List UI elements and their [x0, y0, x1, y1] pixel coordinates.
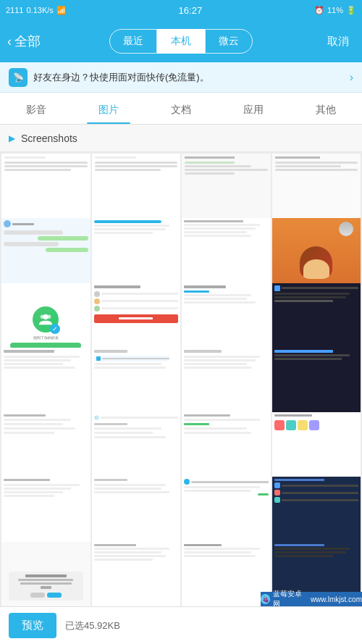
banner-icon: 📡: [9, 68, 28, 87]
grid-item-d2[interactable]: [92, 542, 181, 606]
grid-item-d3[interactable]: [182, 542, 271, 606]
watermark-url: www.lmkjst.com: [311, 595, 362, 603]
tab-cloud[interactable]: 微云: [205, 29, 253, 54]
banner-text: 好友在身边？快使用面对面快传(免流量)。: [33, 71, 350, 84]
tab-app[interactable]: 应用: [217, 104, 290, 124]
tab-image[interactable]: 图片: [72, 104, 145, 124]
folder-expand-icon: ▶: [9, 133, 15, 143]
category-tabs: 影音 图片 文档 应用 其他: [0, 93, 362, 125]
tab-local[interactable]: 本机: [157, 29, 205, 54]
cancel-button[interactable]: 取消: [321, 30, 355, 53]
status-bar: 2111 0.13K/s 📶 16:27 ⏰ 11% 🔋: [0, 0, 362, 20]
preview-button[interactable]: 预览: [9, 613, 56, 638]
back-arrow-icon: ‹: [7, 34, 12, 49]
svg-point-1: [41, 314, 45, 319]
selected-icon: [33, 306, 59, 333]
image-grid: 找到了你的好友: [0, 152, 362, 606]
clock: 16:27: [179, 5, 203, 16]
tab-other[interactable]: 其他: [290, 104, 362, 124]
alarm-icon: ⏰: [314, 6, 324, 15]
folder-name: Screenshots: [21, 133, 77, 144]
tab-video[interactable]: 影音: [0, 104, 72, 124]
bottom-bar: 预览 已选45.92KB: [0, 606, 362, 644]
selected-size-text: 已选45.92KB: [65, 619, 353, 632]
back-button[interactable]: ‹ 全部: [7, 33, 41, 50]
banner-arrow-icon: ›: [350, 71, 353, 84]
battery-level: 11%: [327, 6, 343, 14]
tab-recent[interactable]: 最近: [109, 29, 157, 54]
header: ‹ 全部 最近 本机 微云 取消: [0, 20, 362, 62]
network-speed: 0.13K/s: [26, 6, 53, 14]
tab-doc[interactable]: 文档: [145, 104, 217, 124]
back-label: 全部: [14, 33, 41, 50]
banner[interactable]: 📡 好友在身边？快使用面对面快传(免流量)。 ›: [0, 62, 362, 93]
signal-icon: 2111: [6, 6, 23, 14]
svg-point-2: [47, 314, 51, 319]
status-left: 2111 0.13K/s 📶: [6, 6, 67, 15]
status-right: ⏰ 11% 🔋: [314, 6, 356, 15]
watermark-logo: 🍇: [261, 594, 270, 604]
grid-item-d1[interactable]: [1, 542, 90, 606]
battery-icon: 🔋: [346, 6, 356, 15]
watermark: 🍇 蓝莓安卓网 www.lmkjst.com: [261, 592, 362, 606]
wifi-transfer-icon: 📡: [13, 72, 24, 83]
folder-header[interactable]: ▶ Screenshots: [0, 125, 362, 152]
wifi-icon: 📶: [56, 6, 67, 15]
tab-group: 最近 本机 微云: [46, 29, 316, 54]
